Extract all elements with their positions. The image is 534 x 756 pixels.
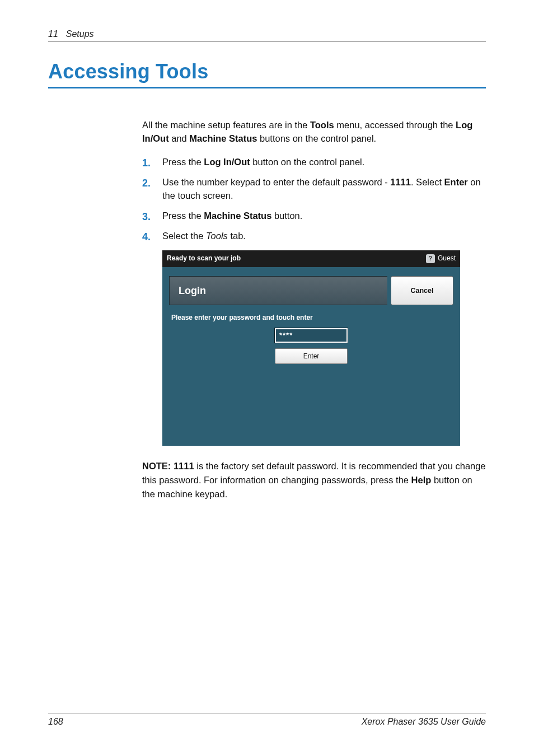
- text-bold: Tools: [310, 120, 334, 130]
- step-3: Press the Machine Status button.: [142, 209, 486, 223]
- text: All the machine setup features are in th…: [142, 120, 310, 130]
- text: Press the: [162, 157, 204, 167]
- section-title: Accessing Tools: [48, 60, 486, 88]
- text: Use the number keypad to enter the defau…: [162, 177, 390, 187]
- text: . Select: [411, 177, 444, 187]
- login-title: Login: [169, 276, 387, 305]
- login-bar: Login Cancel: [169, 276, 453, 305]
- step-2: Use the number keypad to enter the defau…: [142, 176, 486, 203]
- chapter-number: 11: [48, 29, 58, 39]
- text: and: [169, 133, 190, 143]
- text: tab.: [228, 231, 246, 241]
- login-screenshot: Ready to scan your job ? Guest Login Can…: [162, 250, 460, 446]
- text: buttons on the control panel.: [257, 133, 376, 143]
- text: button on the control panel.: [250, 157, 365, 167]
- guest-badge[interactable]: ? Guest: [426, 254, 456, 263]
- note-paragraph: NOTE: 1111 is the factory set default pa…: [142, 459, 486, 501]
- step-1: Press the Log In/Out button on the contr…: [142, 156, 486, 169]
- text-bold: Enter: [444, 177, 468, 187]
- guest-label: Guest: [438, 254, 456, 263]
- status-text: Ready to scan your job: [167, 254, 241, 263]
- doc-title: Xerox Phaser 3635 User Guide: [362, 717, 486, 727]
- screenshot-body: Login Cancel Please enter your password …: [162, 267, 460, 446]
- text: button.: [271, 211, 302, 221]
- intro-paragraph: All the machine setup features are in th…: [142, 119, 486, 146]
- password-input[interactable]: ****: [275, 328, 348, 343]
- page-header: 11 Setups: [48, 29, 486, 42]
- help-icon: ?: [426, 254, 435, 263]
- text: Press the: [162, 211, 204, 221]
- step-4: Select the Tools tab.: [142, 230, 486, 243]
- text-bold: Log In/Out: [204, 157, 250, 167]
- note-label: NOTE:: [142, 461, 171, 471]
- text-bold: Help: [411, 475, 432, 485]
- text: Select the: [162, 231, 206, 241]
- text-bold: 1111: [174, 461, 194, 471]
- screenshot-header: Ready to scan your job ? Guest: [162, 250, 460, 267]
- text-bold: Machine Status: [189, 133, 257, 143]
- text-bold: Machine Status: [204, 211, 271, 221]
- page-footer: 168 Xerox Phaser 3635 User Guide: [48, 713, 486, 727]
- steps-list: Press the Log In/Out button on the contr…: [142, 156, 486, 243]
- text: menu, accessed through the: [334, 120, 456, 130]
- chapter-title: Setups: [66, 29, 94, 39]
- page-number: 168: [48, 717, 63, 727]
- password-prompt: Please enter your password and touch ent…: [169, 313, 453, 323]
- text-italic: Tools: [206, 231, 228, 241]
- text-bold: 1111: [390, 177, 411, 187]
- enter-button[interactable]: Enter: [275, 348, 348, 364]
- cancel-button[interactable]: Cancel: [391, 276, 453, 305]
